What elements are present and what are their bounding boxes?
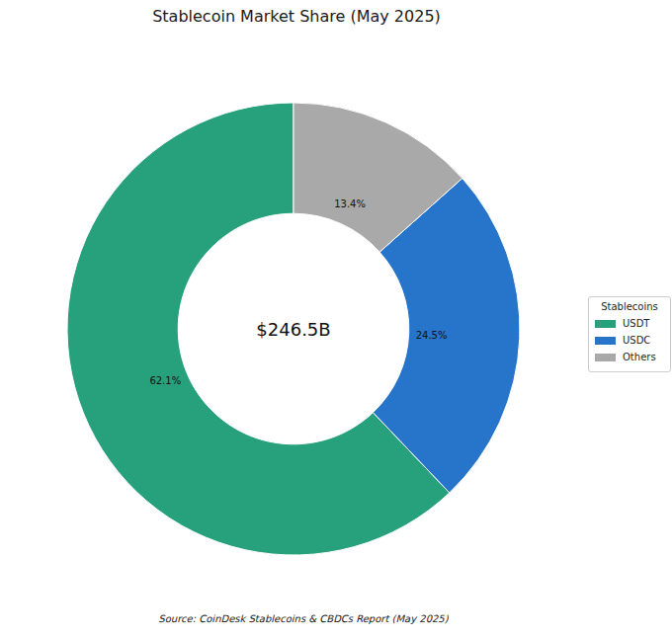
legend-swatch-usdt	[595, 320, 616, 328]
legend-label-usdt: USDT	[623, 318, 649, 329]
legend-swatch-others	[595, 354, 616, 361]
legend: Stablecoins USDT USDC Others	[588, 296, 671, 372]
legend-item-usdc: USDC	[595, 332, 664, 349]
donut-center-total: $246.5B	[256, 319, 330, 340]
legend-item-others: Others	[595, 349, 664, 365]
legend-item-usdt: USDT	[595, 315, 664, 332]
legend-label-others: Others	[623, 352, 656, 362]
percent-label-usdt: 62.1%	[149, 374, 181, 385]
percent-label-usdc: 24.5%	[416, 329, 448, 340]
percent-label-others: 13.4%	[334, 198, 366, 208]
donut-chart	[0, 0, 672, 637]
legend-title: Stablecoins	[595, 301, 664, 312]
legend-label-usdc: USDC	[623, 335, 650, 346]
legend-swatch-usdc	[595, 337, 616, 345]
source-note: Source: CoinDesk Stablecoins & CBDCs Rep…	[158, 613, 448, 624]
figure: Stablecoin Market Share (May 2025) $246.…	[0, 0, 672, 637]
